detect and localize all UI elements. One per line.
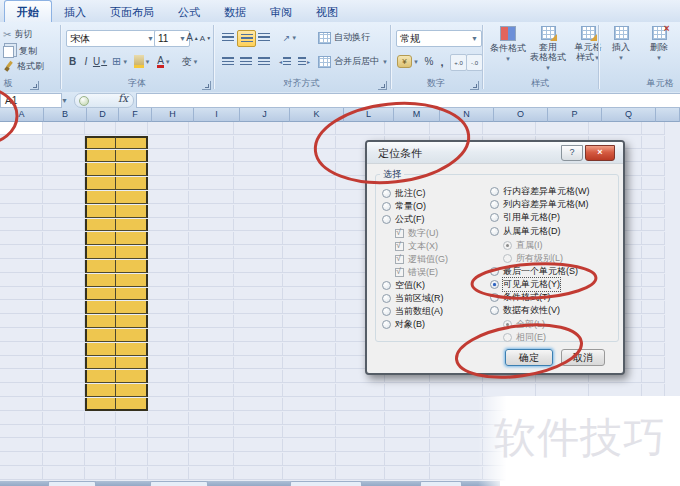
- tab-page-layout[interactable]: 页面布局: [98, 1, 166, 23]
- grid-cell[interactable]: [189, 205, 234, 218]
- grid-cell[interactable]: [642, 315, 665, 328]
- grid-cell-highlighted[interactable]: [85, 219, 116, 232]
- grid-cell[interactable]: [234, 453, 283, 466]
- grid-cell-highlighted[interactable]: [85, 205, 116, 218]
- grid-cell[interactable]: [189, 384, 234, 397]
- grid-cell[interactable]: [283, 205, 336, 218]
- grid-cell[interactable]: [0, 191, 43, 204]
- font-dialog-launcher[interactable]: [202, 81, 211, 90]
- grid-cell[interactable]: [43, 288, 85, 301]
- grid-cell[interactable]: [148, 357, 189, 370]
- radio-current-region[interactable]: 当前区域(R): [382, 292, 444, 305]
- grid-cell-highlighted[interactable]: [116, 205, 148, 218]
- grid-cell[interactable]: [0, 384, 43, 397]
- grid-cell[interactable]: [148, 453, 189, 466]
- increase-indent-button[interactable]: ▸: [295, 54, 313, 69]
- grid-cell[interactable]: [642, 232, 665, 245]
- grid-cell-highlighted[interactable]: [85, 288, 116, 301]
- radio-button-icon[interactable]: [490, 187, 499, 196]
- grid-cell[interactable]: [189, 274, 234, 287]
- grid-cell[interactable]: [283, 315, 336, 328]
- grid-cell[interactable]: [385, 453, 430, 466]
- grid-cell[interactable]: [148, 163, 189, 176]
- grid-cell-highlighted[interactable]: [85, 150, 116, 163]
- grid-cell[interactable]: [642, 191, 665, 204]
- grid-cell-highlighted[interactable]: [116, 191, 148, 204]
- grid-cell-highlighted[interactable]: [116, 260, 148, 273]
- phonetic-button[interactable]: 变▼: [178, 54, 202, 69]
- grid-cell-highlighted[interactable]: [116, 301, 148, 314]
- grid-cell[interactable]: [0, 260, 43, 273]
- grid-cell[interactable]: [430, 398, 483, 411]
- grid-cell[interactable]: [283, 260, 336, 273]
- column-header-F[interactable]: F: [119, 108, 152, 122]
- grid-cell[interactable]: [85, 467, 116, 480]
- radio-current-array[interactable]: 当前数组(A): [382, 305, 443, 318]
- sheet-tab[interactable]: [290, 481, 362, 486]
- dialog-help-button[interactable]: ?: [561, 145, 583, 161]
- grid-cell[interactable]: [234, 136, 283, 149]
- grid-cell[interactable]: [85, 453, 116, 466]
- grid-cell[interactable]: [336, 122, 385, 135]
- grid-cell-highlighted[interactable]: [116, 398, 148, 411]
- grid-cell[interactable]: [234, 467, 283, 480]
- grid-cell[interactable]: [189, 136, 234, 149]
- ok-button[interactable]: 确定: [505, 349, 553, 366]
- dialog-close-button[interactable]: ×: [585, 145, 615, 161]
- grid-cell[interactable]: [148, 205, 189, 218]
- grid-cell[interactable]: [189, 191, 234, 204]
- grid-cell[interactable]: [430, 426, 483, 439]
- grid-cell[interactable]: [148, 370, 189, 383]
- sheet-tab[interactable]: [420, 481, 462, 486]
- grid-cell[interactable]: [283, 439, 336, 452]
- middle-align-button[interactable]: [237, 30, 256, 47]
- grid-cell[interactable]: [234, 315, 283, 328]
- grid-cell[interactable]: [234, 122, 283, 135]
- grid-cell[interactable]: [642, 177, 665, 190]
- grid-cell[interactable]: [642, 136, 665, 149]
- merge-center-button[interactable]: 合并后居中 ▼: [318, 55, 388, 68]
- italic-button[interactable]: I: [80, 54, 92, 69]
- alignment-dialog-launcher[interactable]: [378, 81, 387, 90]
- grid-cell[interactable]: [642, 343, 665, 356]
- grid-cell[interactable]: [283, 246, 336, 259]
- radio-button-icon[interactable]: [382, 189, 391, 198]
- grid-cell[interactable]: [148, 329, 189, 342]
- grid-cell[interactable]: [0, 398, 43, 411]
- column-header-L[interactable]: L: [344, 108, 394, 122]
- grid-cell[interactable]: [336, 398, 385, 411]
- font-size-combo[interactable]: 11▼: [154, 30, 190, 47]
- grid-cell[interactable]: [148, 315, 189, 328]
- radio-button-icon[interactable]: [382, 320, 391, 329]
- grid-cell[interactable]: [116, 453, 148, 466]
- grid-cell[interactable]: [43, 232, 85, 245]
- grid-cell[interactable]: [234, 370, 283, 383]
- format-painter-button[interactable]: 格式刷: [3, 60, 44, 73]
- grid-cell[interactable]: [0, 288, 43, 301]
- grid-cell[interactable]: [0, 205, 43, 218]
- grid-cell[interactable]: [43, 357, 85, 370]
- grid-cell-highlighted[interactable]: [85, 315, 116, 328]
- grid-cell-highlighted[interactable]: [85, 163, 116, 176]
- radio-precedents[interactable]: 引用单元格(P): [490, 211, 560, 224]
- grid-cell[interactable]: [283, 136, 336, 149]
- grid-cell-highlighted[interactable]: [116, 329, 148, 342]
- radio-blanks[interactable]: 空值(K): [382, 279, 425, 292]
- grid-cell[interactable]: [148, 426, 189, 439]
- grid-cell[interactable]: [0, 301, 43, 314]
- radio-button-icon[interactable]: [382, 307, 391, 316]
- fill-color-button[interactable]: ▼: [132, 54, 152, 69]
- grid-cell[interactable]: [148, 439, 189, 452]
- grid-cell[interactable]: [0, 232, 43, 245]
- grid-cell[interactable]: [430, 439, 483, 452]
- column-header-B[interactable]: B: [44, 108, 87, 122]
- grid-cell[interactable]: [189, 453, 234, 466]
- font-name-combo[interactable]: 宋体▼: [66, 30, 158, 47]
- sheet-tab[interactable]: [48, 481, 96, 486]
- grid-cell-highlighted[interactable]: [116, 219, 148, 232]
- grid-cell[interactable]: [43, 301, 85, 314]
- grid-cell[interactable]: [283, 219, 336, 232]
- number-dialog-launcher[interactable]: [470, 81, 479, 90]
- name-box-dropdown-arrow[interactable]: ▼: [58, 93, 71, 108]
- grid-cell[interactable]: [148, 260, 189, 273]
